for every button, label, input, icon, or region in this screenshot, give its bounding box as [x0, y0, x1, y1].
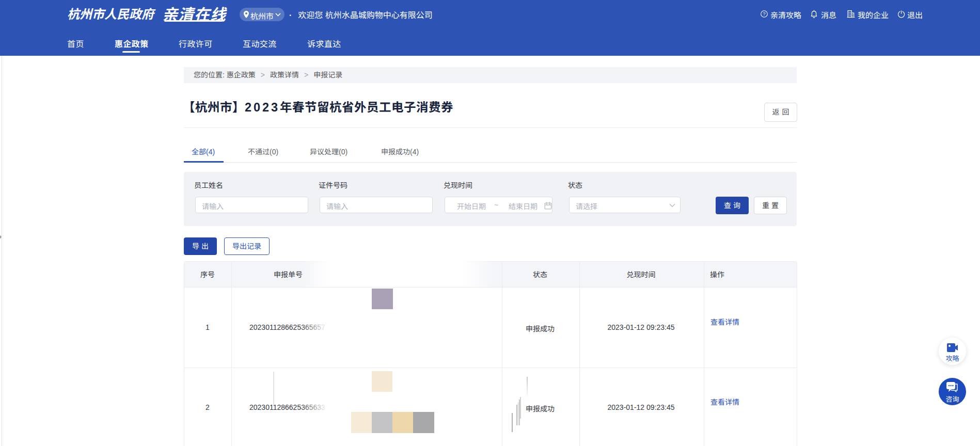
svg-text:?: ? [763, 11, 765, 17]
